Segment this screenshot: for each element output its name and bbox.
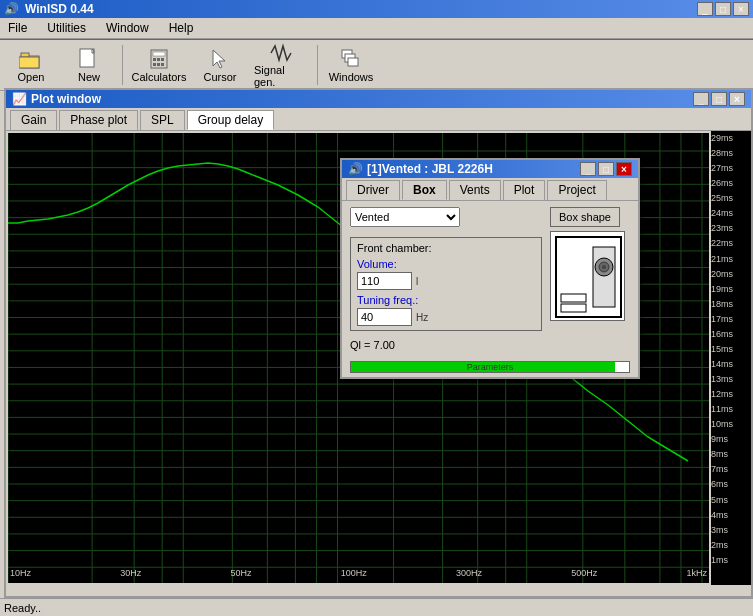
tuning-input[interactable] <box>357 308 412 326</box>
plot-minimize-btn[interactable]: _ <box>693 92 709 106</box>
svg-rect-19 <box>348 58 358 66</box>
volume-input-row: l <box>357 272 535 290</box>
tuning-label: Tuning freq.: <box>357 294 535 306</box>
y-label-19ms: 19ms <box>711 284 749 294</box>
volume-unit: l <box>416 276 418 287</box>
menu-window[interactable]: Window <box>102 20 153 36</box>
dialog-window: 🔊 [1]Vented : JBL 2226H _ □ × Driver Box… <box>340 158 640 379</box>
tab-gain[interactable]: Gain <box>10 110 57 130</box>
app-close-btn[interactable]: × <box>733 2 749 16</box>
dialog-title: [1]Vented : JBL 2226H <box>367 162 493 176</box>
tab-plot[interactable]: Plot <box>503 180 546 200</box>
y-label-8ms: 8ms <box>711 449 749 459</box>
plot-window-icon: 📈 <box>12 92 27 106</box>
x-label-30hz: 30Hz <box>120 568 141 578</box>
svg-rect-9 <box>153 52 165 56</box>
app-minimize-btn[interactable]: _ <box>697 2 713 16</box>
svg-rect-11 <box>157 58 160 61</box>
enclosure-row: Vented <box>350 207 542 233</box>
tab-spl[interactable]: SPL <box>140 110 185 130</box>
new-button[interactable]: New <box>62 42 116 88</box>
dialog-close-btn[interactable]: × <box>616 162 632 176</box>
y-label-13ms: 13ms <box>711 374 749 384</box>
svg-rect-67 <box>593 247 615 307</box>
y-label-3ms: 3ms <box>711 525 749 535</box>
y-label-20ms: 20ms <box>711 269 749 279</box>
svg-rect-2 <box>19 57 39 68</box>
svg-rect-14 <box>157 63 160 66</box>
plot-maximize-btn[interactable]: □ <box>711 92 727 106</box>
y-label-28ms: 28ms <box>711 148 749 158</box>
speaker-svg <box>551 232 625 321</box>
svg-rect-10 <box>153 58 156 61</box>
qi-label: Ql = 7.00 <box>350 339 542 351</box>
y-label-22ms: 22ms <box>711 238 749 248</box>
tab-group-delay[interactable]: Group delay <box>187 110 274 130</box>
dialog-left-panel: Vented Front chamber: Volume: l Tuning f… <box>350 207 542 351</box>
menu-help[interactable]: Help <box>165 20 198 36</box>
y-label-6ms: 6ms <box>711 479 749 489</box>
svg-rect-15 <box>161 63 164 66</box>
app-title: WinISD 0.44 <box>25 2 94 16</box>
windows-label: Windows <box>329 71 374 83</box>
open-button[interactable]: Open <box>4 42 58 88</box>
menu-utilities[interactable]: Utilities <box>43 20 90 36</box>
dialog-maximize-btn[interactable]: □ <box>598 162 614 176</box>
y-label-11ms: 11ms <box>711 404 749 414</box>
svg-rect-13 <box>153 63 156 66</box>
dialog-minimize-btn[interactable]: _ <box>580 162 596 176</box>
y-label-1ms: 1ms <box>711 555 749 565</box>
y-label-21ms: 21ms <box>711 254 749 264</box>
tuning-input-row: Hz <box>357 308 535 326</box>
dialog-progress-label: Parameters <box>351 362 629 372</box>
svg-rect-1 <box>21 53 29 57</box>
y-label-9ms: 9ms <box>711 434 749 444</box>
signal-gen-button[interactable]: Signal gen. <box>251 42 311 88</box>
tab-box[interactable]: Box <box>402 180 447 200</box>
windows-icon <box>339 47 363 71</box>
y-label-10ms: 10ms <box>711 419 749 429</box>
y-label-14ms: 14ms <box>711 359 749 369</box>
x-label-1khz: 1kHz <box>686 568 707 578</box>
y-label-15ms: 15ms <box>711 344 749 354</box>
front-chamber-title: Front chamber: <box>357 242 535 254</box>
tab-driver[interactable]: Driver <box>346 180 400 200</box>
plot-window-title: Plot window <box>31 92 101 106</box>
dialog-progress-bar: Parameters <box>350 361 630 373</box>
dialog-icon: 🔊 <box>348 162 363 176</box>
y-label-4ms: 4ms <box>711 510 749 520</box>
app-maximize-btn[interactable]: □ <box>715 2 731 16</box>
y-label-25ms: 25ms <box>711 193 749 203</box>
y-label-26ms: 26ms <box>711 178 749 188</box>
plot-close-btn[interactable]: × <box>729 92 745 106</box>
plot-tabs: Gain Phase plot SPL Group delay <box>6 108 751 131</box>
dialog-titlebar: 🔊 [1]Vented : JBL 2226H _ □ × <box>342 160 638 178</box>
windows-button[interactable]: Windows <box>324 42 378 88</box>
tab-vents[interactable]: Vents <box>449 180 501 200</box>
calculators-button[interactable]: Calculators <box>129 42 189 88</box>
new-icon <box>77 47 101 71</box>
y-label-23ms: 23ms <box>711 223 749 233</box>
x-label-10hz: 10Hz <box>10 568 31 578</box>
app-icon: 🔊 <box>4 2 19 16</box>
enclosure-type-select[interactable]: Vented <box>350 207 460 227</box>
statusbar-text: Ready.. <box>4 602 41 614</box>
plot-window-controls: _ □ × <box>693 92 745 106</box>
tuning-unit: Hz <box>416 312 428 323</box>
y-label-17ms: 17ms <box>711 314 749 324</box>
signal-gen-label: Signal gen. <box>254 64 308 88</box>
tab-project[interactable]: Project <box>547 180 606 200</box>
x-label-300hz: 300Hz <box>456 568 482 578</box>
box-shape-button[interactable]: Box shape <box>550 207 620 227</box>
y-label-24ms: 24ms <box>711 208 749 218</box>
y-label-2ms: 2ms <box>711 540 749 550</box>
menu-file[interactable]: File <box>4 20 31 36</box>
tab-phase-plot[interactable]: Phase plot <box>59 110 138 130</box>
cursor-button[interactable]: Cursor <box>193 42 247 88</box>
calculators-label: Calculators <box>131 71 186 83</box>
volume-input[interactable] <box>357 272 412 290</box>
dialog-body: Vented Front chamber: Volume: l Tuning f… <box>342 201 638 357</box>
calculators-icon <box>147 47 171 71</box>
svg-point-70 <box>602 265 606 269</box>
menubar: File Utilities Window Help <box>0 18 753 39</box>
